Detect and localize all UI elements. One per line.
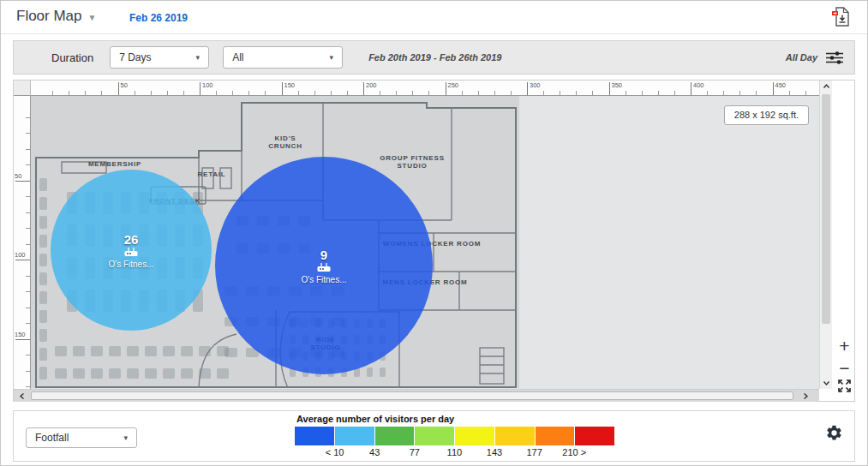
ruler-tick: [396, 91, 397, 95]
ruler-tick: [52, 91, 53, 95]
ruler-tick: [773, 82, 774, 95]
export-report-button[interactable]: [832, 6, 850, 31]
legend-label: 77: [410, 447, 420, 457]
ruler-tick: [216, 91, 217, 95]
duration-label: Duration: [51, 51, 93, 64]
ruler-tick: [380, 91, 380, 95]
zoom-out-button[interactable]: −: [833, 359, 856, 377]
ruler-tick: [314, 91, 315, 95]
heat-circle[interactable]: 26O's Fitnes...: [51, 170, 212, 331]
visitor-count: 9: [320, 248, 327, 262]
ruler-tick: [69, 91, 69, 95]
heat-circle[interactable]: 9O's Fitnes...: [215, 157, 433, 374]
legend-label: 143: [487, 447, 502, 457]
ruler-tick: [26, 149, 30, 150]
access-point-name: O's Fitnes...: [108, 260, 153, 269]
duration-select[interactable]: 7 Days ▾: [110, 46, 209, 69]
ruler-tick: [26, 323, 30, 324]
floor-map-page: Floor Map▼ Feb 26 2019 Duration 7 Days ▾…: [0, 0, 868, 466]
ruler-tick: [26, 164, 30, 165]
duration-select-value: 7 Days: [119, 51, 151, 63]
date-link[interactable]: Feb 26 2019: [129, 12, 188, 24]
metric-select[interactable]: Footfall ▾: [26, 427, 137, 448]
legend-swatch: [495, 427, 535, 445]
ruler-label: 450: [775, 81, 787, 89]
ruler-tick: [26, 196, 30, 197]
ruler-label: 100: [15, 251, 26, 259]
ruler-tick: [412, 91, 413, 95]
ruler-tick: [15, 260, 30, 260]
metric-select-value: Footfall: [35, 432, 69, 444]
minus-icon: −: [839, 358, 849, 378]
scroll-left-arrow[interactable]: [19, 392, 26, 400]
plus-icon: +: [839, 336, 849, 355]
ruler-tick: [494, 91, 495, 95]
ruler-label: 150: [284, 81, 296, 89]
ruler-tick: [756, 91, 757, 95]
scroll-up-arrow[interactable]: [823, 83, 830, 90]
ruler-tick: [691, 82, 691, 95]
ruler-tick: [26, 355, 30, 355]
settings-button[interactable]: [825, 424, 843, 442]
ruler-corner: [14, 81, 31, 96]
ruler-tick: [26, 276, 30, 277]
ruler-label: 100: [202, 81, 213, 89]
legend: Average number of visitors per day < 104…: [295, 414, 614, 457]
horizontal-scrollbar[interactable]: [14, 389, 819, 402]
legend-swatches: [295, 427, 614, 445]
ruler-tick: [789, 91, 790, 95]
ruler-label: 150: [15, 331, 26, 338]
map-size-badge: 288 x 192 sq.ft.: [724, 105, 809, 125]
chevron-down-icon: ▾: [123, 433, 128, 442]
ruler-tick: [85, 91, 86, 95]
legend-swatch: [536, 427, 575, 445]
legend-label: 43: [369, 447, 380, 457]
ruler-tick: [26, 117, 30, 118]
ruler-tick: [151, 91, 152, 95]
ruler-tick: [26, 386, 30, 387]
ruler-tick: [26, 291, 30, 292]
ruler-tick: [511, 91, 512, 95]
ruler-tick: [26, 308, 30, 308]
ruler-label: 400: [693, 81, 704, 89]
time-range-text: All Day: [786, 52, 817, 63]
zone-select[interactable]: All ▾: [223, 46, 343, 69]
vertical-scrollbar-thumb[interactable]: [822, 94, 830, 324]
date-range-text: Feb 20th 2019 - Feb 26th 2019: [368, 52, 501, 63]
horizontal-scrollbar-thumb[interactable]: [31, 391, 793, 400]
chevron-down-icon: ▼: [88, 13, 97, 22]
ruler-tick: [248, 91, 249, 95]
ruler-tick: [462, 91, 463, 95]
scroll-down-arrow[interactable]: [823, 379, 830, 386]
vertical-scrollbar[interactable]: [819, 81, 832, 389]
ruler-tick: [739, 91, 740, 95]
zone-select-value: All: [232, 51, 243, 63]
map-panel: 50100150200250300350400450 50100150: [13, 80, 855, 402]
ruler-label: 50: [15, 172, 21, 180]
ruler-tick: [15, 339, 30, 340]
ruler-vertical: 50100150: [14, 96, 31, 389]
ruler-tick: [15, 181, 30, 182]
legend-swatch: [375, 427, 415, 445]
ruler-label: 200: [366, 81, 377, 89]
scroll-right-arrow[interactable]: [802, 392, 809, 400]
ruler-tick: [592, 91, 593, 95]
access-point-name: O's Fitnes...: [301, 275, 346, 284]
ruler-tick: [805, 91, 806, 95]
ruler-tick: [626, 91, 626, 95]
ruler-tick: [478, 91, 479, 95]
ruler-tick: [26, 228, 30, 229]
legend-label: < 10: [326, 447, 344, 457]
page-title-dropdown[interactable]: Floor Map▼: [16, 8, 96, 25]
sliders-icon: [826, 51, 843, 65]
time-filter-button[interactable]: [826, 51, 843, 65]
map-canvas[interactable]: MEMBERSHIPRETAILFRONT DESKKID'SCRUNCHGRO…: [31, 96, 819, 389]
ruler-label: 300: [530, 81, 541, 89]
ruler-label: 350: [612, 81, 623, 89]
fullscreen-button[interactable]: [833, 379, 856, 395]
ruler-tick: [101, 91, 102, 95]
zoom-in-button[interactable]: +: [833, 337, 856, 355]
ruler-tick: [428, 91, 429, 95]
legend-swatch: [575, 427, 614, 445]
access-point-icon: [123, 247, 139, 257]
